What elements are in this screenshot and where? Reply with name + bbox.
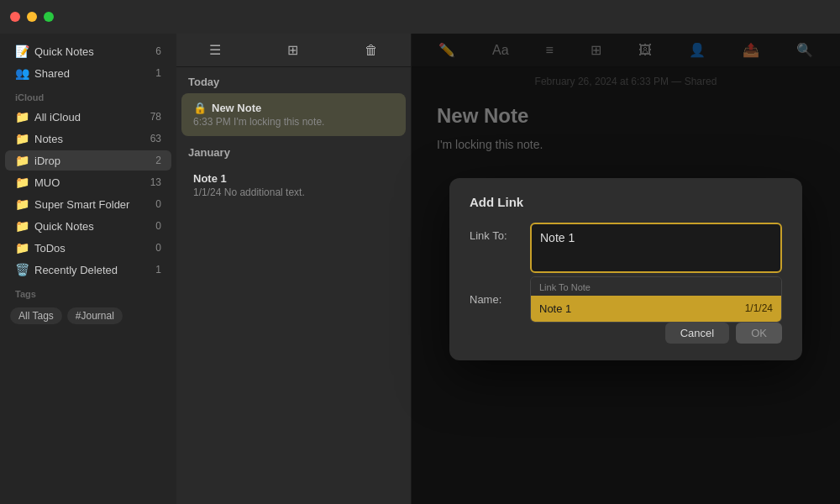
- tag-journal[interactable]: #Journal: [67, 307, 123, 324]
- sidebar-item-shared[interactable]: 👥 Shared 1: [5, 63, 171, 83]
- january-header: January: [176, 138, 411, 162]
- dropdown-item-note1[interactable]: Note 1 1/1/24: [531, 296, 781, 322]
- folder-icon: 📁: [15, 110, 29, 123]
- list-view-button[interactable]: ☰: [202, 39, 228, 61]
- sidebar-item-quick-notes[interactable]: 📁 Quick Notes 0: [5, 216, 171, 236]
- note-meta: 1/1/24 No additional text.: [193, 186, 394, 198]
- lock-icon: 🔒: [193, 102, 207, 114]
- link-to-input-wrap: Note 1 Link To Note Note 1 1/1/24: [530, 223, 782, 276]
- add-link-dialog: Add Link Link To: Note 1 Link To Note No…: [449, 178, 802, 360]
- tags-container: All Tags #Journal: [0, 302, 176, 329]
- dropdown-header: Link To Note: [531, 277, 781, 296]
- note-list-toolbar: ☰ ⊞ 🗑: [176, 34, 411, 67]
- note-meta: 6:33 PM I'm locking this note.: [193, 116, 394, 128]
- link-to-input[interactable]: Note 1: [530, 223, 782, 273]
- note-item-note1[interactable]: Note 1 1/1/24 No additional text.: [181, 164, 406, 207]
- shared-icon: 👥: [15, 66, 29, 80]
- note-title: 🔒 New Note: [193, 102, 394, 114]
- folder-icon: 📁: [15, 154, 29, 167]
- sidebar-item-super-smart-folder[interactable]: 📁 Super Smart Folder 0: [5, 194, 171, 214]
- dropdown-item-label: Note 1: [539, 302, 571, 315]
- dialog-title: Add Link: [470, 195, 782, 209]
- link-to-row: Link To: Note 1 Link To Note Note 1 1/1/…: [470, 223, 782, 276]
- trash-icon: 🗑️: [15, 263, 29, 276]
- dialog-buttons: Cancel OK: [470, 323, 782, 344]
- sidebar-item-todos[interactable]: 📁 ToDos 0: [5, 238, 171, 258]
- folder-icon: 📁: [15, 197, 29, 211]
- minimize-button[interactable]: [27, 12, 37, 22]
- maximize-button[interactable]: [44, 12, 54, 22]
- note-list: ☰ ⊞ 🗑 Today 🔒 New Note 6:33 PM I'm locki…: [176, 34, 412, 504]
- icloud-header: iCloud: [0, 84, 176, 106]
- quick-notes-icon: 📝: [15, 45, 29, 58]
- note-detail: ✏️ Aa ≡ ⊞ 🖼 👤 📤 🔍 February 26, 2024 at 6…: [412, 34, 840, 504]
- link-dropdown: Link To Note Note 1 1/1/24: [530, 276, 782, 323]
- dropdown-item-date: 1/1/24: [745, 302, 773, 314]
- sidebar-item-notes[interactable]: 📁 Notes 63: [5, 129, 171, 149]
- note-item-new-note[interactable]: 🔒 New Note 6:33 PM I'm locking this note…: [181, 93, 406, 136]
- cancel-button[interactable]: Cancel: [665, 323, 729, 344]
- app-body: 📝 Quick Notes 6 👥 Shared 1 iCloud 📁 All …: [0, 34, 840, 504]
- sidebar-item-idrop[interactable]: 📁 iDrop 2: [5, 150, 171, 171]
- delete-button[interactable]: 🗑: [358, 39, 385, 61]
- sidebar-item-muo[interactable]: 📁 MUO 13: [5, 172, 171, 192]
- sidebar-item-recently-deleted[interactable]: 🗑️ Recently Deleted 1: [5, 260, 171, 280]
- folder-icon: 📁: [15, 219, 29, 233]
- link-to-label: Link To:: [470, 223, 522, 242]
- grid-view-button[interactable]: ⊞: [281, 39, 305, 61]
- folder-icon: 📁: [15, 241, 29, 255]
- today-header: Today: [176, 67, 411, 92]
- sidebar-item-all-icloud[interactable]: 📁 All iCloud 78: [5, 107, 171, 127]
- close-button[interactable]: [10, 12, 20, 22]
- sidebar-item-quick-notes-top[interactable]: 📝 Quick Notes 6: [5, 41, 171, 61]
- folder-icon: 📁: [15, 176, 29, 189]
- name-label: Name:: [470, 286, 522, 306]
- sidebar: 📝 Quick Notes 6 👥 Shared 1 iCloud 📁 All …: [0, 34, 176, 504]
- ok-button[interactable]: OK: [736, 323, 782, 344]
- modal-overlay: Add Link Link To: Note 1 Link To Note No…: [412, 34, 840, 504]
- tag-all-tags[interactable]: All Tags: [10, 307, 62, 324]
- note-title: Note 1: [193, 172, 394, 185]
- tags-header: Tags: [0, 281, 176, 302]
- titlebar: [0, 0, 840, 34]
- folder-icon: 📁: [15, 132, 29, 145]
